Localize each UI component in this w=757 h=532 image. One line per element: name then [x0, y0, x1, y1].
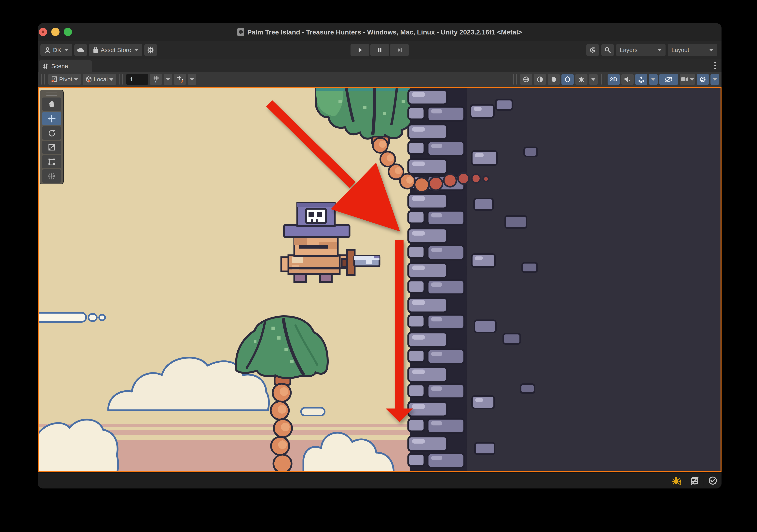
divider — [668, 475, 668, 486]
move-tool-icon — [47, 114, 56, 123]
debug-dropdown[interactable] — [589, 74, 598, 85]
cache-server-button[interactable] — [690, 475, 700, 486]
panel-tab-row: Scene — [38, 59, 721, 72]
visibility-eye-slash-icon — [664, 76, 673, 83]
camera-settings-button[interactable] — [680, 74, 695, 85]
overlay-drag-handle[interactable] — [513, 74, 517, 85]
account-dropdown[interactable]: DK — [41, 44, 72, 56]
effects-dropdown[interactable] — [649, 74, 658, 85]
search-icon — [604, 46, 611, 54]
chevron-down-icon — [74, 78, 78, 81]
macos-titlebar: Palm Tree Island - Treasure Hunters - Wi… — [38, 23, 721, 41]
account-label: DK — [53, 47, 61, 53]
unity-editor-window: Palm Tree Island - Treasure Hunters - Wi… — [38, 23, 721, 489]
scene-visibility-toggle[interactable] — [659, 74, 678, 85]
grid-visibility-dropdown[interactable] — [164, 74, 172, 85]
shading-filled-button[interactable] — [548, 74, 560, 85]
asset-store-button[interactable]: Asset Store — [89, 44, 142, 56]
view-hand-tool[interactable] — [42, 98, 61, 111]
render-mode-button[interactable] — [520, 74, 532, 85]
shading-outline-button[interactable] — [561, 74, 574, 85]
mode-2d-label: 2D — [610, 76, 618, 83]
gizmo-orbit-icon — [699, 76, 706, 83]
cloud-dash — [39, 313, 105, 322]
grid-visibility-button[interactable]: Y — [150, 74, 162, 85]
effects-icon — [638, 76, 645, 83]
debug-button[interactable] — [575, 74, 588, 85]
view-hand-icon — [48, 100, 56, 108]
divider — [704, 475, 704, 486]
layers-dropdown[interactable]: Layers — [616, 44, 666, 56]
rect-tool[interactable] — [42, 155, 61, 168]
scale-tool-icon — [47, 143, 56, 152]
lighting-toggle-button[interactable] — [534, 74, 546, 85]
rotate-tool-icon — [47, 129, 56, 137]
play-controls — [350, 44, 409, 56]
pivot-rect-icon — [51, 76, 58, 83]
pause-icon — [376, 47, 383, 53]
cache-server-off-icon — [690, 475, 700, 486]
overlay-drag-handle[interactable] — [601, 74, 604, 85]
gizmos-dropdown[interactable] — [711, 74, 719, 85]
rect-tool-icon — [47, 157, 56, 166]
chevron-down-icon — [64, 49, 69, 51]
ellipse-filled-icon — [550, 76, 557, 83]
toolbar-right-group: Layers Layout — [586, 44, 717, 56]
search-button[interactable] — [601, 44, 614, 56]
panel-menu-kebab[interactable] — [714, 62, 716, 69]
pause-button[interactable] — [370, 44, 389, 56]
layout-label: Layout — [672, 47, 689, 53]
scene-tab-label: Scene — [51, 63, 68, 70]
debug-bug-icon — [578, 76, 585, 83]
overlay-drag-handle[interactable] — [42, 74, 45, 85]
chevron-down-icon — [709, 49, 713, 51]
scene-viewport[interactable] — [38, 87, 721, 472]
local-cube-icon — [85, 76, 92, 83]
transform-tool-icon — [47, 172, 56, 180]
cloud-button[interactable] — [74, 44, 87, 56]
tab-scene[interactable]: Scene — [39, 60, 92, 72]
step-icon — [396, 47, 403, 53]
audio-toggle[interactable] — [621, 74, 634, 85]
pivot-dropdown[interactable]: Pivot — [48, 74, 81, 85]
progress-status-button[interactable] — [708, 475, 718, 486]
chevron-down-icon — [690, 78, 694, 81]
status-icons — [664, 473, 718, 489]
audio-muted-icon — [624, 76, 631, 83]
undo-history-button[interactable] — [586, 44, 599, 56]
grid-snap-button[interactable] — [174, 74, 186, 85]
grid-snap-dropdown[interactable] — [188, 74, 197, 85]
scene-canvas[interactable] — [39, 88, 720, 471]
undo-history-icon — [589, 46, 596, 54]
background-dark-cave — [432, 88, 720, 471]
window-title: Palm Tree Island - Treasure Hunters - Wi… — [247, 28, 522, 36]
grid-size-field[interactable]: 1 — [126, 74, 148, 85]
rotate-tool[interactable] — [42, 126, 61, 140]
local-label: Local — [94, 76, 108, 83]
scene-toolbar-right: 2D — [512, 74, 719, 85]
mode-2d-toggle[interactable]: 2D — [608, 74, 620, 85]
camera-icon — [681, 76, 688, 83]
gizmos-button[interactable] — [697, 74, 709, 85]
toolbar-left-group: DK Asset Store — [41, 44, 157, 56]
hot-reload-bug-icon — [672, 475, 682, 486]
move-tool[interactable] — [42, 112, 61, 125]
step-button[interactable] — [390, 44, 409, 56]
screenshot-stage: Palm Tree Island - Treasure Hunters - Wi… — [0, 0, 757, 532]
effects-toggle[interactable] — [635, 74, 648, 85]
overlay-drag-handle[interactable] — [46, 91, 57, 97]
scene-view-toolbar: Pivot Local 1 — [38, 72, 721, 87]
services-button[interactable] — [144, 44, 157, 56]
local-dropdown[interactable]: Local — [83, 74, 116, 85]
window-title-area: Palm Tree Island - Treasure Hunters - Wi… — [38, 23, 721, 41]
play-button[interactable] — [350, 44, 369, 56]
layout-dropdown[interactable]: Layout — [668, 44, 717, 56]
hot-reload-warning-button[interactable] — [672, 475, 682, 486]
layers-label: Layers — [620, 47, 638, 53]
overlay-drag-handle[interactable] — [119, 74, 123, 85]
cloud-icon — [77, 47, 85, 53]
transform-tool[interactable] — [42, 169, 61, 183]
chevron-down-icon — [109, 78, 113, 81]
services-gear-icon — [147, 46, 154, 54]
scale-tool[interactable] — [42, 141, 61, 154]
